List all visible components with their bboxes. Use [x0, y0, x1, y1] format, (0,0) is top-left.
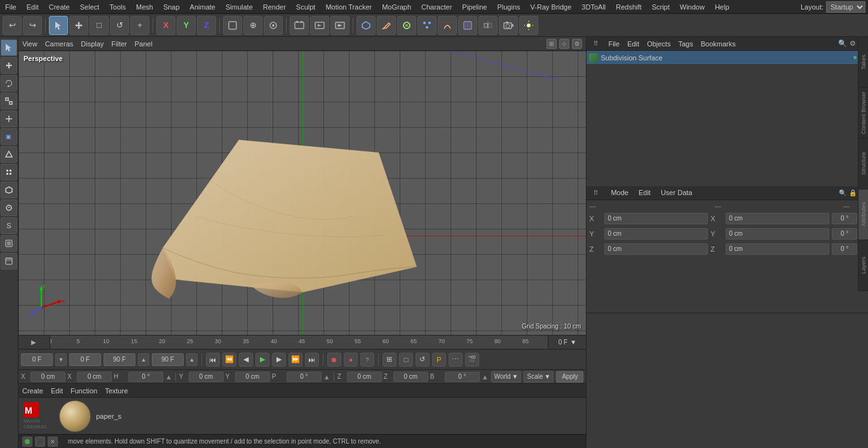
timeline-ruler[interactable]: 0 5 10 15 20 25 30 35 40 45 50 55 60 65 … [50, 336, 548, 349]
material-mode-btn[interactable] [1, 235, 17, 252]
next-frame-btn[interactable]: ⏩ [288, 353, 302, 367]
anim-tool1-btn[interactable]: ⊞ [383, 353, 397, 367]
end-frame-input[interactable] [104, 353, 135, 366]
obj-file-btn[interactable]: File [608, 40, 620, 48]
menu-sculpt[interactable]: Sculpt [291, 2, 321, 12]
add-mode-button[interactable]: ⊕ [243, 16, 262, 35]
render-button[interactable] [330, 16, 349, 35]
render-preview-button[interactable] [310, 16, 329, 35]
world-dropdown[interactable]: World ▼ [491, 371, 522, 383]
tab-structure[interactable]: Structure [858, 139, 868, 189]
vp-menu-filter[interactable]: Filter [111, 40, 126, 48]
move-tool-button[interactable] [69, 16, 88, 35]
menu-vray[interactable]: V-Ray Bridge [526, 2, 577, 12]
preview-end-input[interactable] [152, 353, 184, 366]
frame-down-btn[interactable]: ▼ [55, 353, 67, 366]
menu-redshift[interactable]: Redshift [611, 2, 646, 12]
vp-menu-cameras[interactable]: Cameras [45, 40, 74, 48]
anim-tool5-btn[interactable]: ⋯ [449, 353, 463, 367]
undo-button[interactable]: ↩ [3, 16, 22, 35]
viewport[interactable]: Y X Z Perspective Grid Spacing : 10 cm [18, 51, 586, 335]
transform-tool-button[interactable]: + [130, 16, 149, 35]
deformer-button[interactable] [397, 16, 416, 35]
pen-button[interactable] [377, 16, 396, 35]
menu-simulate[interactable]: Simulate [220, 2, 258, 12]
select-tool-button[interactable] [49, 16, 68, 35]
status-icon-3[interactable]: ✕ [48, 437, 58, 447]
menu-edit[interactable]: Edit [22, 2, 44, 12]
preview-end-up-btn[interactable]: ▲ [186, 353, 198, 366]
menu-file[interactable]: File [0, 2, 22, 12]
vp-settings-btn[interactable]: ⚙ [572, 39, 582, 49]
attr-x-pos[interactable]: 0 cm [604, 213, 708, 224]
obj-objects-btn[interactable]: Objects [647, 40, 670, 48]
vp-maximize-btn[interactable]: ⊞ [546, 39, 557, 49]
field-button[interactable] [458, 16, 477, 35]
prev-key-btn[interactable]: ◀ [239, 353, 253, 367]
b-rot-input[interactable]: 0 ° [445, 372, 480, 382]
obj-mode-button[interactable] [223, 16, 242, 35]
p-rot-input[interactable]: 0 ° [287, 372, 322, 382]
current-frame-input[interactable] [21, 353, 53, 366]
go-end-btn[interactable]: ⏭ [305, 353, 319, 367]
axis-y-button[interactable]: Y [177, 16, 196, 35]
menu-window[interactable]: Window [675, 2, 710, 12]
attr-search-icon[interactable]: 🔍 [839, 189, 846, 196]
spline-button[interactable] [438, 16, 457, 35]
select-mode-btn[interactable] [1, 39, 17, 56]
anim-tool4-btn[interactable]: P [432, 353, 446, 367]
obj-tags-btn[interactable]: Tags [678, 40, 693, 48]
menu-create[interactable]: Create [44, 2, 75, 12]
vp-menu-panel[interactable]: Panel [135, 40, 153, 48]
rotate-mode-btn[interactable] [1, 75, 17, 92]
attr-lock-icon[interactable]: 🔒 [849, 189, 857, 196]
obj-edit-btn[interactable]: Edit [627, 40, 639, 48]
tab-takes[interactable]: Takes [858, 37, 868, 88]
mat-create-btn[interactable]: Create [22, 387, 43, 395]
attr-edit-btn[interactable]: Edit [639, 189, 651, 196]
menu-animate[interactable]: Animate [185, 2, 220, 12]
axis-z-button[interactable]: Z [197, 16, 216, 35]
status-icon-2[interactable] [35, 437, 45, 447]
transform-mode-btn[interactable] [1, 111, 17, 127]
menu-mograph[interactable]: MoGraph [377, 2, 416, 12]
menu-plugins[interactable]: Plugins [492, 2, 525, 12]
cube-button[interactable] [356, 16, 376, 35]
move-mode-btn[interactable] [1, 57, 17, 74]
obj-bookmarks-btn[interactable]: Bookmarks [701, 40, 736, 48]
y-pos-input[interactable]: 0 cm [189, 372, 224, 382]
h-rot-input[interactable]: 0 ° [128, 372, 163, 382]
vp-move-btn[interactable]: ⊹ [559, 39, 569, 49]
vp-menu-display[interactable]: Display [81, 40, 104, 48]
tool-mode-btn[interactable] [1, 200, 17, 216]
menu-character[interactable]: Character [416, 2, 457, 12]
x-pos-input[interactable]: 0 cm [31, 372, 65, 382]
light-button[interactable] [519, 16, 538, 35]
mat-texture-btn[interactable]: Texture [105, 387, 128, 395]
prev-frame-btn[interactable]: ⏪ [222, 353, 236, 367]
attr-mode-btn[interactable]: Mode [611, 189, 628, 196]
record-btn[interactable]: ⏺ [327, 353, 341, 367]
attr-p-val[interactable]: 0 ° [832, 228, 857, 240]
redo-button[interactable]: ↪ [23, 16, 42, 35]
camera-button[interactable] [499, 16, 518, 35]
menu-select[interactable]: Select [75, 2, 105, 12]
anim-tool6-btn[interactable]: 🎬 [465, 353, 479, 367]
tab-layers[interactable]: Layers [858, 240, 868, 291]
mat-edit-btn[interactable]: Edit [51, 387, 63, 395]
obj-settings-btn[interactable]: ⚙ [850, 39, 856, 48]
z-pos-input[interactable]: 0 cm [347, 372, 382, 382]
timeline[interactable]: ▶ 0 5 10 15 20 25 30 35 40 45 50 55 60 6 [18, 335, 586, 349]
tab-attributes[interactable]: Attributes [858, 189, 868, 240]
attr-z-scale[interactable]: 0 cm [726, 243, 829, 255]
menu-3dtoall[interactable]: 3DToAll [576, 2, 611, 12]
apply-button[interactable]: Apply [556, 371, 583, 383]
menu-snap[interactable]: Snap [158, 2, 185, 12]
vp-menu-view[interactable]: View [22, 40, 37, 48]
menu-render[interactable]: Render [258, 2, 291, 12]
y-scale-input[interactable]: 0 cm [235, 372, 270, 382]
menu-motion-tracker[interactable]: Motion Tracker [320, 2, 377, 12]
attr-x-scale[interactable]: 0 cm [726, 213, 829, 224]
axis-x-button[interactable]: X [156, 16, 175, 35]
point-mode-btn[interactable] [1, 164, 17, 180]
